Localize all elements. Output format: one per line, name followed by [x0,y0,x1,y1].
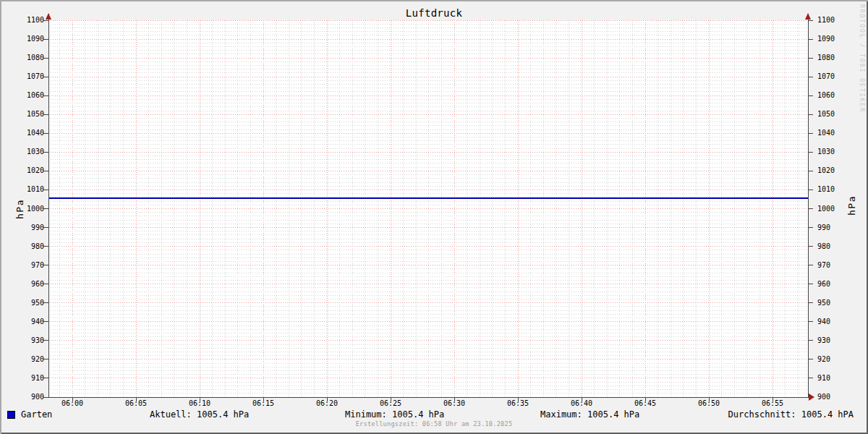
y-axis-tick-label-left: 950 [12,299,44,307]
x-axis-tick-label: 06:45 [629,399,661,408]
y-axis-tick-label-left: 990 [12,224,44,232]
y-axis-tick-label-left: 1030 [12,148,44,156]
y-axis-tick-label-left: 910 [12,374,44,383]
rrdtool-graph-image: { "title": "Luftdruck", "watermark": "RR… [0,0,868,434]
y-axis-tick-label-left: 1000 [12,205,44,213]
y-axis-tick-label-left: 960 [12,280,44,289]
x-axis-tick-label: 06:55 [757,399,788,408]
x-axis-tick-label: 06:15 [247,399,279,408]
y-axis-tick-label-right: 1090 [817,35,849,43]
rrdtool-watermark: RRDTOOL / TOBI OETIKER [859,4,865,113]
legend-color-swatch [7,411,15,419]
y-axis-tick-label-right: 1050 [817,110,849,119]
y-axis-tick-label-right: 990 [817,224,849,232]
stat-durchschnitt: Durchschnitt: 1005.4 hPA [728,409,854,420]
x-axis-tick-label: 06:40 [566,399,597,408]
y-axis-tick-label-left: 1010 [12,185,44,194]
y-axis-tick-label-right: 1070 [817,72,849,81]
y-axis-tick-label-right: 1030 [817,148,849,156]
y-axis-tick-label-left: 1070 [12,72,44,81]
y-axis-tick-label-left: 1040 [12,129,44,137]
y-axis-tick-label-left: 900 [12,393,44,401]
y-axis-tick-label-right: 1020 [817,166,849,175]
y-axis-tick-label-right: 1060 [817,91,849,100]
y-axis-tick-label-right: 950 [817,299,849,307]
legend-series-label: Garten [21,409,52,420]
y-axis-tick-label-right: 960 [817,280,849,289]
y-axis-tick-label-right: 900 [817,393,849,401]
y-axis-tick-label-right: 1080 [817,54,849,62]
x-axis-tick-label: 06:00 [56,399,88,408]
y-axis-tick-label-left: 1050 [12,110,44,119]
stat-maximum: Maximum: 1005.4 hPa [540,409,639,420]
y-axis-tick-label-right: 930 [817,336,849,345]
x-axis-tick-label: 06:50 [693,399,725,408]
y-axis-tick-label-right: 1010 [817,185,849,194]
x-axis-tick-label: 06:30 [438,399,470,408]
y-axis-tick-label-left: 920 [12,355,44,364]
x-axis-tick-label: 06:10 [184,399,216,408]
x-axis-tick-label: 06:20 [311,399,343,408]
y-axis-tick-label-left: 1090 [12,35,44,43]
stat-aktuell: Aktuell: 1005.4 hPa [150,409,249,420]
y-axis-tick-label-left: 940 [12,318,44,326]
y-axis-tick-label-left: 1080 [12,54,44,62]
x-axis-tick-label: 06:05 [120,399,152,408]
y-axis-tick-label-right: 970 [817,261,849,270]
y-axis-tick-label-left: 1060 [12,91,44,100]
y-axis-tick-label-left: 970 [12,261,44,270]
y-axis-tick-label-right: 1000 [817,205,849,213]
y-axis-tick-label-left: 1100 [12,16,44,25]
y-axis-tick-label-left: 1020 [12,166,44,175]
stat-minimum: Minimum: 1005.4 hPa [345,409,444,420]
y-axis-tick-label-right: 920 [817,355,849,364]
y-axis-tick-label-right: 910 [817,374,849,383]
y-axis-tick-label-left: 930 [12,336,44,345]
y-axis-tick-label-left: 980 [12,242,44,251]
chart-grid-and-line [40,10,820,407]
y-axis-tick-label-right: 1100 [817,16,849,25]
x-axis-tick-label: 06:35 [502,399,534,408]
creation-time: Erstellungszeit: 06:58 Uhr am 23.10.2025 [0,420,868,428]
y-axis-tick-label-right: 1040 [817,129,849,137]
x-axis-tick-label: 06:25 [375,399,407,408]
y-axis-tick-label-right: 980 [817,242,849,251]
y-axis-tick-label-right: 940 [817,318,849,326]
